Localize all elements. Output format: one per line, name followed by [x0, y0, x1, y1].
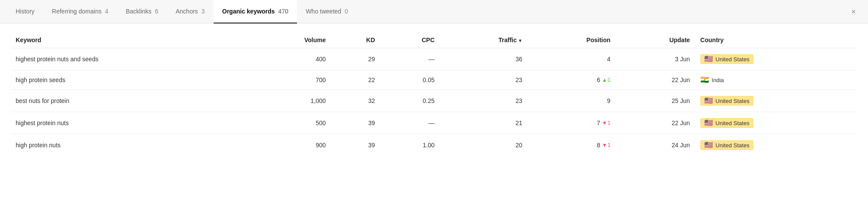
cell-update: 24 Jun — [616, 134, 695, 156]
cell-position: 71 — [528, 112, 616, 134]
col-header-cpc: CPC — [380, 32, 440, 48]
cell-traffic: 21 — [440, 112, 528, 134]
cell-update: 25 Jun — [616, 90, 695, 112]
col-header-volume: Volume — [249, 32, 331, 48]
cell-position: 9 — [528, 90, 616, 112]
cell-position: 4 — [528, 48, 616, 70]
country-name: United States — [716, 142, 749, 149]
tab-label: Anchors — [175, 8, 198, 15]
close-button[interactable]: × — [846, 4, 861, 19]
cell-cpc: 1.00 — [380, 134, 440, 156]
cell-kd: 39 — [331, 134, 380, 156]
cell-cpc: 0.05 — [380, 70, 440, 90]
tab-label: History — [16, 8, 35, 15]
tab-count: 0 — [343, 8, 348, 15]
country-flag: 🇺🇸 — [704, 119, 713, 126]
position-value: 4 — [607, 56, 611, 63]
keywords-table: KeywordVolumeKDCPCTraffic▼PositionUpdate… — [10, 32, 858, 156]
country-flag: 🇺🇸 — [704, 56, 713, 63]
tab-anchors[interactable]: Anchors 3 — [167, 0, 213, 23]
country-flag: 🇮🇳 — [700, 76, 709, 83]
cell-kd: 32 — [331, 90, 380, 112]
table-row: high protein nuts900391.00208124 Jun🇺🇸Un… — [10, 134, 858, 156]
position-value: 7 — [597, 119, 600, 126]
country-badge: 🇺🇸United States — [700, 118, 753, 128]
tab-label: Referring domains — [52, 8, 102, 15]
cell-position: 61 — [528, 70, 616, 90]
country-name: India — [712, 77, 724, 83]
cell-country: 🇺🇸United States — [695, 112, 858, 134]
tab-who-tweeted[interactable]: Who tweeted 0 — [297, 0, 356, 23]
table-body: highest protein nuts and seeds40029—3643… — [10, 48, 858, 156]
cell-keyword: best nuts for protein — [10, 90, 249, 112]
cell-traffic: 36 — [440, 48, 528, 70]
col-header-keyword: Keyword — [10, 32, 249, 48]
cell-cpc: — — [380, 112, 440, 134]
country-name: United States — [716, 120, 749, 126]
tab-count: 6 — [153, 8, 158, 15]
country-badge: 🇺🇸United States — [700, 96, 753, 106]
cell-keyword: high protein nuts — [10, 134, 249, 156]
cell-update: 22 Jun — [616, 112, 695, 134]
tab-count: 470 — [277, 8, 288, 15]
header-row: KeywordVolumeKDCPCTraffic▼PositionUpdate… — [10, 32, 858, 48]
cell-traffic: 20 — [440, 134, 528, 156]
cell-kd: 39 — [331, 112, 380, 134]
country-badge: 🇺🇸United States — [700, 54, 753, 64]
cell-country: 🇺🇸United States — [695, 48, 858, 70]
table-header: KeywordVolumeKDCPCTraffic▼PositionUpdate… — [10, 32, 858, 48]
position-value: 9 — [607, 97, 611, 104]
table-row: best nuts for protein1,000320.2523925 Ju… — [10, 90, 858, 112]
col-header-position: Position — [528, 32, 616, 48]
cell-country: 🇺🇸United States — [695, 90, 858, 112]
tabs-bar: HistoryReferring domains 4Backlinks 6Anc… — [0, 0, 868, 23]
table-row: high protein seeds700220.05236122 Jun🇮🇳I… — [10, 70, 858, 90]
cell-keyword: highest protein nuts — [10, 112, 249, 134]
cell-country: 🇺🇸United States — [695, 134, 858, 156]
tab-backlinks[interactable]: Backlinks 6 — [117, 0, 167, 23]
cell-cpc: — — [380, 48, 440, 70]
cell-country: 🇮🇳India — [695, 70, 858, 90]
tab-referring-domains[interactable]: Referring domains 4 — [43, 0, 117, 23]
tab-label: Organic keywords — [222, 8, 275, 15]
position-value: 6 — [597, 76, 600, 83]
tab-label: Backlinks — [126, 8, 152, 15]
cell-cpc: 0.25 — [380, 90, 440, 112]
cell-traffic: 23 — [440, 70, 528, 90]
cell-volume: 700 — [249, 70, 331, 90]
position-change-down: 1 — [602, 120, 611, 126]
cell-volume: 500 — [249, 112, 331, 134]
cell-traffic: 23 — [440, 90, 528, 112]
table-row: highest protein nuts and seeds40029—3643… — [10, 48, 858, 70]
cell-volume: 900 — [249, 134, 331, 156]
tab-count: 4 — [103, 8, 109, 15]
country-flag: 🇺🇸 — [704, 142, 713, 149]
cell-volume: 1,000 — [249, 90, 331, 112]
tab-label: Who tweeted — [306, 8, 341, 15]
col-header-traffic[interactable]: Traffic▼ — [440, 32, 528, 48]
cell-volume: 400 — [249, 48, 331, 70]
cell-kd: 22 — [331, 70, 380, 90]
cell-keyword: high protein seeds — [10, 70, 249, 90]
sort-icon: ▼ — [518, 38, 522, 43]
col-header-country: Country — [695, 32, 858, 48]
country-name: United States — [716, 56, 749, 63]
cell-position: 81 — [528, 134, 616, 156]
position-change-down: 1 — [602, 142, 611, 148]
country-name: United States — [716, 98, 749, 104]
tab-count: 3 — [200, 8, 205, 15]
cell-update: 22 Jun — [616, 70, 695, 90]
position-change-up: 1 — [602, 77, 611, 83]
tab-history[interactable]: History — [7, 0, 43, 23]
country-plain: 🇮🇳India — [700, 76, 724, 83]
cell-update: 3 Jun — [616, 48, 695, 70]
cell-keyword: highest protein nuts and seeds — [10, 48, 249, 70]
tab-organic-keywords[interactable]: Organic keywords 470 — [214, 0, 297, 23]
col-header-update: Update — [616, 32, 695, 48]
cell-kd: 29 — [331, 48, 380, 70]
col-header-kd: KD — [331, 32, 380, 48]
country-flag: 🇺🇸 — [704, 97, 713, 104]
table-container: KeywordVolumeKDCPCTraffic▼PositionUpdate… — [0, 23, 868, 156]
country-badge: 🇺🇸United States — [700, 140, 753, 150]
table-row: highest protein nuts50039—217122 Jun🇺🇸Un… — [10, 112, 858, 134]
